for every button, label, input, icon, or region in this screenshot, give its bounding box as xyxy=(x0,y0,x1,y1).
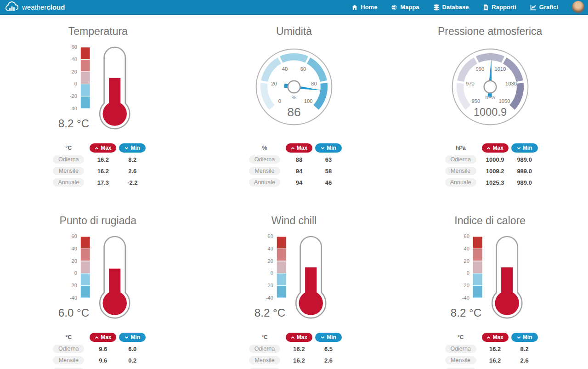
panel-temperatura: Temperatura 60 40 20 0 -20 -40 xyxy=(0,19,196,188)
stats-header: °C Max Min xyxy=(49,332,147,343)
nav-item-mappa[interactable]: Mappa xyxy=(391,4,419,11)
brand-logo[interactable]: weathercloud xyxy=(5,1,65,13)
min-value: 989.0 xyxy=(517,156,532,163)
panel-title: Punto di rugiada xyxy=(60,215,137,227)
max-value: 17.3 xyxy=(97,179,109,186)
current-value-label: 6.0 °C xyxy=(58,307,89,319)
table-row: Odierna 88 63 xyxy=(245,154,343,165)
unit-label: °C xyxy=(66,145,72,151)
current-value-label: 8.2 °C xyxy=(58,117,89,130)
table-row: Odierna 16.2 8.2 xyxy=(49,154,147,165)
chevron-down-icon xyxy=(321,335,325,340)
max-value: 88 xyxy=(296,156,302,163)
table-row: Odierna 1000.9 989.0 xyxy=(441,154,539,165)
svg-text:1010: 1010 xyxy=(494,66,506,72)
svg-text:-40: -40 xyxy=(70,295,77,301)
gauge-pressione: 950 970 990 1010 1030 1050 hPa 1000.9 xyxy=(450,38,530,136)
chevron-down-icon xyxy=(321,146,325,150)
min-button[interactable]: Min xyxy=(511,143,538,153)
max-button[interactable]: Max xyxy=(286,333,312,342)
table-row: Mensile 1009.2 989.0 xyxy=(441,165,539,176)
svg-text:60: 60 xyxy=(72,234,77,239)
max-value: 16.2 xyxy=(489,357,501,364)
table-row: Mensile 16.2 2.6 xyxy=(245,355,343,366)
svg-text:-20: -20 xyxy=(266,283,273,288)
top-navbar: weathercloud Home Mappa xyxy=(0,0,588,15)
svg-text:20: 20 xyxy=(72,258,77,264)
unit-label: % xyxy=(262,145,267,151)
stats-header: °C Max Min xyxy=(49,142,147,153)
table-row: Annuale 94 46 xyxy=(245,177,343,188)
svg-text:-20: -20 xyxy=(70,93,77,99)
row-label: Mensile xyxy=(249,356,280,364)
row-label: Mensile xyxy=(53,167,84,175)
max-value: 9.6 xyxy=(99,357,107,364)
min-button[interactable]: Min xyxy=(119,143,146,153)
svg-text:80: 80 xyxy=(311,81,317,86)
stats-table: °C Max Min Odierna 16.2 6.5 Me xyxy=(245,332,343,369)
panel-title: Umidità xyxy=(276,25,312,38)
svg-text:20: 20 xyxy=(268,258,273,264)
nav-menu: Home Mappa Database xyxy=(351,1,584,13)
min-value: 46 xyxy=(325,179,332,186)
user-avatar[interactable] xyxy=(572,1,584,13)
gauge-hub xyxy=(484,81,496,93)
nav-item-grafici[interactable]: Grafici xyxy=(530,4,558,11)
svg-text:40: 40 xyxy=(464,246,469,251)
unit-label: °C xyxy=(261,334,267,341)
svg-text:40: 40 xyxy=(282,66,288,72)
row-label: Mensile xyxy=(249,167,280,175)
unit-label: °C xyxy=(66,334,72,341)
chevron-down-icon xyxy=(124,146,129,150)
nav-item-database[interactable]: Database xyxy=(433,4,469,11)
panel-pressione: Pressione atmosferica 950 970 990 xyxy=(392,19,588,188)
current-value-label: 8.2 °C xyxy=(254,307,285,319)
table-row: Annuale 1025.3 989.0 xyxy=(441,177,539,188)
max-value: 1009.2 xyxy=(486,168,504,175)
thermometer-scale: 60 40 20 0 -20 -40 xyxy=(70,45,90,111)
row-label: Annuale xyxy=(445,178,476,187)
min-button[interactable]: Min xyxy=(119,333,146,342)
min-button[interactable]: Min xyxy=(511,333,538,342)
nav-label: Rapporti xyxy=(492,4,516,11)
unit-label: °C xyxy=(458,334,464,341)
min-button[interactable]: Min xyxy=(315,333,342,342)
row-label: Odierna xyxy=(53,155,84,164)
max-button[interactable]: Max xyxy=(90,143,116,153)
max-value: 16.2 xyxy=(489,346,501,352)
max-value: 16.2 xyxy=(97,168,109,175)
gauge-umidita: 0 20 40 60 80 100 % 86 xyxy=(254,38,334,136)
min-value: 989.0 xyxy=(517,168,532,175)
chevron-up-icon xyxy=(486,335,491,340)
min-value: 58 xyxy=(325,168,332,175)
row-label: Mensile xyxy=(445,356,476,364)
row-label: Odierna xyxy=(53,345,84,353)
svg-text:-40: -40 xyxy=(462,295,469,301)
max-value: 16.2 xyxy=(293,346,305,352)
chevron-down-icon xyxy=(517,335,521,340)
svg-text:-20: -20 xyxy=(462,283,469,288)
min-value: 6.5 xyxy=(324,346,333,352)
thermometer-scale: 60 40 20 0 -20 -40 xyxy=(70,234,90,301)
database-icon xyxy=(433,4,440,11)
nav-item-rapporti[interactable]: Rapporti xyxy=(482,4,516,11)
svg-text:60: 60 xyxy=(300,66,306,72)
min-value: 2.6 xyxy=(324,357,333,364)
max-button[interactable]: Max xyxy=(90,333,116,342)
panel-indice-di-calore: Indice di calore 60 40 20 0 -20 -40 xyxy=(392,208,588,369)
globe-icon xyxy=(391,4,397,11)
max-button[interactable]: Max xyxy=(482,333,509,342)
unit-label: hPa xyxy=(456,145,466,151)
min-button[interactable]: Min xyxy=(315,143,342,153)
table-row: Odierna 16.2 8.2 xyxy=(441,343,539,354)
thermometer-rugiada: 60 40 20 0 -20 -40 6.0 °C xyxy=(50,227,146,325)
max-button[interactable]: Max xyxy=(482,143,509,153)
panel-title: Indice di calore xyxy=(454,215,526,227)
nav-item-home[interactable]: Home xyxy=(351,4,377,11)
min-value: -2.2 xyxy=(127,179,137,186)
row-label: Annuale xyxy=(249,178,280,187)
max-button[interactable]: Max xyxy=(286,143,312,153)
min-value: 989.0 xyxy=(517,179,532,186)
thermometer-scale: 60 40 20 0 -20 -40 xyxy=(266,234,286,301)
table-row: Annuale 10.7 -5.7 xyxy=(49,366,147,369)
